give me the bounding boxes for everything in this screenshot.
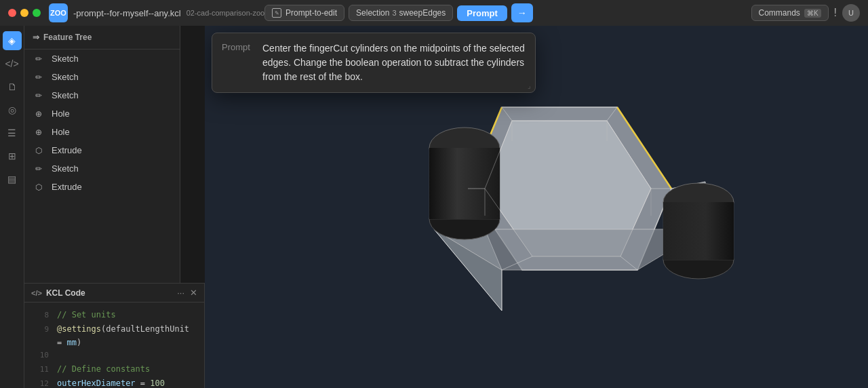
- tree-item-6[interactable]: ✏Sketch: [24, 159, 180, 178]
- tree-item-1[interactable]: ✏Sketch: [24, 68, 180, 86]
- code-line-1: 9@settings(defaultLengthUnit = mm): [24, 322, 204, 350]
- tree-item-icon-1: ✏: [35, 73, 46, 82]
- sidebar-icon-check[interactable]: ◎: [3, 100, 22, 119]
- traffic-lights: [8, 9, 41, 17]
- line-content-4: outerHexDiameter = 100: [57, 376, 165, 388]
- feature-tree-items: ✏Sketch✏Sketch✏Sketch⊕Hole⊕Hole⬡Extrude✏…: [24, 50, 180, 196]
- title-bar-right: Commands ⌘K ! U: [751, 4, 860, 22]
- svg-rect-14: [663, 202, 734, 260]
- minimize-window-button[interactable]: [20, 9, 28, 17]
- feature-tree: ⇒ Feature Tree ✏Sketch✏Sketch✏Sketch⊕Hol…: [24, 26, 180, 283]
- main-content: ◈ </> 🗋 ◎ ☰ ⊞ ▤ ⇒ Feature Tree ✏Sketch✏S…: [0, 26, 868, 388]
- hex-3d-model: [366, 53, 773, 361]
- commands-button[interactable]: Commands ⌘K: [751, 5, 829, 21]
- tree-item-label-0: Sketch: [52, 54, 79, 64]
- tree-collapse-icon: ⇒: [33, 33, 39, 42]
- tree-item-3[interactable]: ⊕Hole: [24, 104, 180, 123]
- line-num-1: 9: [30, 324, 49, 336]
- prompt-to-edit-icon: ✎: [272, 8, 281, 18]
- maximize-window-button[interactable]: [33, 9, 41, 17]
- code-line-0: 8// Set units: [24, 308, 204, 322]
- tree-item-icon-4: ⊕: [35, 128, 46, 137]
- tree-item-label-2: Sketch: [52, 90, 79, 100]
- sidebar-icon-shapes[interactable]: ◈: [3, 31, 22, 50]
- close-window-button[interactable]: [8, 9, 16, 17]
- line-num-0: 8: [30, 309, 49, 322]
- sidebar-icon-list[interactable]: ☰: [3, 123, 22, 142]
- line-num-3: 11: [30, 364, 49, 376]
- line-content-3: // Define constants: [57, 362, 150, 376]
- code-content: 8// Set units9@settings(defaultLengthUni…: [24, 303, 204, 388]
- alert-icon[interactable]: !: [834, 7, 837, 19]
- sidebar-icon-code[interactable]: </>: [3, 54, 22, 73]
- tree-item-icon-3: ⊕: [35, 109, 46, 119]
- avatar[interactable]: U: [842, 4, 860, 22]
- tree-item-4[interactable]: ⊕Hole: [24, 123, 180, 141]
- tree-item-0[interactable]: ✏Sketch: [24, 50, 180, 68]
- panel-close-button[interactable]: ✕: [190, 288, 197, 298]
- tree-item-label-6: Sketch: [52, 163, 79, 174]
- tree-item-label-7: Extrude: [52, 182, 82, 192]
- sidebar-icon-layers[interactable]: ▤: [3, 170, 22, 189]
- tree-item-icon-5: ⬡: [35, 146, 46, 155]
- sidebar-icons: ◈ </> 🗋 ◎ ☰ ⊞ ▤: [0, 26, 24, 388]
- app-icon: ZOO: [49, 3, 68, 22]
- left-panel: ⇒ Feature Tree ✏Sketch✏Sketch✏Sketch⊕Hol…: [24, 26, 205, 388]
- svg-rect-10: [429, 148, 500, 219]
- tree-item-label-1: Sketch: [52, 72, 79, 82]
- code-icon: </>: [31, 289, 42, 297]
- prompt-overlay-text[interactable]: Center the fingerCut cylinders on the mi…: [262, 41, 526, 84]
- line-num-2: 10: [30, 349, 49, 362]
- tree-item-icon-2: ✏: [35, 91, 46, 100]
- code-line-3: 11// Define constants: [24, 362, 204, 376]
- selection-badge: Selection 3 sweepEdges: [349, 5, 453, 21]
- title-bar: ZOO -prompt--for-myself--any.kcl 02-cad-…: [0, 0, 868, 26]
- prompt-bar: ✎ Prompt-to-edit Selection 3 sweepEdges …: [264, 3, 533, 22]
- feature-tree-header: ⇒ Feature Tree: [24, 26, 180, 50]
- code-line-2: 10: [24, 349, 204, 362]
- 3d-viewport-svg: [366, 53, 773, 358]
- tree-item-2[interactable]: ✏Sketch: [24, 86, 180, 104]
- tree-item-icon-6: ✏: [35, 164, 46, 174]
- prompt-label-row: Prompt Center the fingerCut cylinders on…: [212, 33, 535, 92]
- send-button[interactable]: →: [511, 3, 533, 22]
- tree-item-label-3: Hole: [52, 109, 70, 119]
- prompt-overlay-label: Prompt: [222, 41, 262, 52]
- prompt-overlay: Prompt Center the fingerCut cylinders on…: [212, 33, 536, 93]
- kcl-title: </> KCL Code: [31, 288, 85, 298]
- prompt-to-edit-button[interactable]: ✎ Prompt-to-edit: [264, 5, 344, 21]
- tree-item-5[interactable]: ⬡Extrude: [24, 141, 180, 159]
- sidebar-icon-grid[interactable]: ⊞: [3, 147, 22, 166]
- file-name: -prompt--for-myself--any.kcl: [73, 8, 181, 18]
- line-content-0: // Set units: [57, 308, 116, 322]
- code-panel-header: </> KCL Code ··· ✕: [24, 284, 204, 303]
- tree-item-label-4: Hole: [52, 127, 70, 137]
- viewport[interactable]: Prompt Center the fingerCut cylinders on…: [205, 26, 868, 388]
- resize-handle[interactable]: ⌟: [528, 82, 531, 90]
- sidebar-icon-files[interactable]: 🗋: [3, 77, 22, 96]
- tree-item-icon-0: ✏: [35, 54, 46, 64]
- code-line-4: 12outerHexDiameter = 100: [24, 376, 204, 388]
- line-content-1: @settings(defaultLengthUnit = mm): [57, 322, 199, 350]
- tree-item-icon-7: ⬡: [35, 182, 46, 192]
- tree-item-label-5: Extrude: [52, 145, 82, 155]
- tree-item-7[interactable]: ⬡Extrude: [24, 178, 180, 196]
- feature-tree-title: Feature Tree: [43, 33, 92, 42]
- code-panel: </> KCL Code ··· ✕ 8// Set units9@settin…: [24, 283, 205, 388]
- panel-actions: ··· ✕: [177, 288, 197, 298]
- panel-more-button[interactable]: ···: [177, 288, 184, 298]
- line-num-4: 12: [30, 378, 49, 388]
- prompt-button[interactable]: Prompt: [457, 5, 507, 21]
